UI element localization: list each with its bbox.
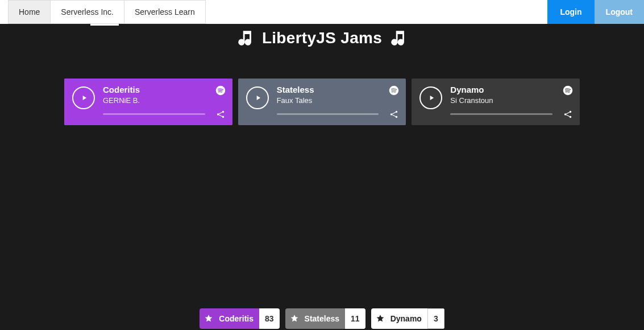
svg-point-7	[396, 116, 397, 118]
play-button[interactable]	[72, 86, 95, 109]
logout-button[interactable]: Logout	[595, 0, 644, 24]
track-header: Stateless Faux Tales	[238, 79, 406, 125]
svg-point-11	[570, 116, 571, 118]
play-button[interactable]	[419, 86, 442, 109]
spotify-icon[interactable]	[389, 85, 399, 96]
music-note-icon	[389, 28, 408, 48]
play-icon	[254, 94, 262, 102]
track-meta: Stateless Faux Tales	[277, 85, 398, 105]
track-header: Dynamo Si Cranstoun	[412, 79, 580, 125]
svg-point-10	[570, 111, 571, 113]
track-card-stateless: Stateless Faux Tales FAUX TALES KAIROS	[238, 79, 406, 125]
star-icon	[371, 314, 389, 323]
progress-bar[interactable]	[103, 113, 205, 115]
svg-point-6	[396, 111, 397, 113]
spotify-icon[interactable]	[563, 85, 573, 96]
play-icon	[427, 94, 435, 102]
top-navbar: Home Serverless Inc. Serverless Learn Lo…	[0, 0, 644, 24]
login-button[interactable]: Login	[547, 0, 594, 24]
track-card-coderitis: Coderitis GERNiE B. <CODERITIS> GERNIE B…	[64, 79, 232, 125]
page-title: LibertyJS Jams	[262, 29, 382, 47]
nav-serverless-learn[interactable]: Serverless Learn	[124, 0, 206, 24]
track-cards: Coderitis GERNiE B. <CODERITIS> GERNIE B…	[64, 79, 580, 125]
spotify-icon[interactable]	[215, 85, 226, 96]
svg-point-2	[222, 111, 224, 113]
track-title: Stateless	[277, 85, 398, 95]
track-title: Coderitis	[103, 85, 225, 95]
share-icon[interactable]	[563, 109, 573, 119]
page-header: LibertyJS Jams	[0, 28, 644, 48]
nav-underline	[90, 24, 119, 26]
vote-button-coderitis[interactable]: Coderitis 83	[200, 308, 279, 329]
track-header: Coderitis GERNiE B.	[64, 79, 232, 125]
svg-point-5	[390, 113, 392, 115]
vote-count: 11	[345, 308, 365, 329]
track-artist: GERNiE B.	[103, 96, 225, 105]
vote-count: 83	[259, 308, 280, 329]
vote-count: 3	[427, 308, 444, 329]
vote-label: Dynamo	[389, 314, 427, 323]
vote-label: Coderitis	[218, 314, 259, 323]
track-artist: Si Cranstoun	[450, 96, 572, 105]
track-card-dynamo: Dynamo Si Cranstoun SI CRANSTOUN DANCEHA…	[412, 79, 580, 125]
share-icon[interactable]	[215, 109, 226, 119]
nav-home[interactable]: Home	[8, 0, 51, 24]
music-note-icon	[236, 28, 255, 48]
track-meta: Dynamo Si Cranstoun	[450, 85, 572, 105]
svg-point-3	[222, 116, 224, 118]
vote-bar: Coderitis 83 Stateless 11 Dynamo 3	[0, 307, 644, 330]
share-icon[interactable]	[389, 109, 399, 119]
vote-label: Stateless	[304, 314, 345, 323]
track-artist: Faux Tales	[277, 96, 398, 105]
track-title: Dynamo	[450, 85, 572, 95]
vote-button-stateless[interactable]: Stateless 11	[285, 308, 365, 329]
play-button[interactable]	[246, 86, 269, 109]
nav-spacer	[206, 0, 548, 24]
star-icon	[285, 314, 304, 323]
svg-point-9	[564, 113, 566, 115]
track-meta: Coderitis GERNiE B.	[103, 85, 225, 105]
progress-bar[interactable]	[450, 113, 552, 115]
play-icon	[80, 94, 88, 102]
star-icon	[200, 314, 218, 323]
vote-button-dynamo[interactable]: Dynamo 3	[371, 308, 444, 329]
nav-serverless-inc[interactable]: Serverless Inc.	[50, 0, 124, 24]
svg-point-1	[217, 113, 219, 115]
progress-bar[interactable]	[277, 113, 379, 115]
